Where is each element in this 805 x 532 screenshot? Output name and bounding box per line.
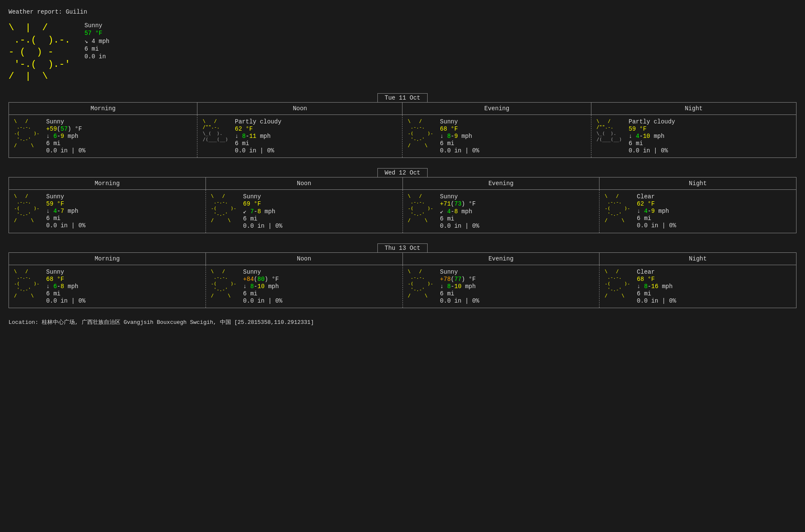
wind-display: ↓ 4-10 mph xyxy=(629,133,665,140)
forecast-table: MorningNoonEveningNight\ / .-.-. -( )- '… xyxy=(9,252,796,308)
temp-display: 59 °F xyxy=(46,200,64,207)
wind-label: ↓ 6-9 mph xyxy=(46,133,86,140)
page-title: Weather report: Guilin xyxy=(9,9,796,15)
visibility-label: 6 mi xyxy=(46,215,86,222)
visibility-label: 6 mi xyxy=(440,215,479,222)
wind-label: ↓ 8-9 mph xyxy=(440,133,479,140)
temp-display: 68 °F xyxy=(637,276,655,283)
icon-container: \ / .-.-. -( )- '-.-' / \ xyxy=(605,269,630,299)
visibility-label: 6 mi xyxy=(440,140,479,147)
cell-noon: \ / /"".-. \_( ). /(___(__)Partly cloudy… xyxy=(197,114,402,157)
cell-content: \ / .-.-. -( )- '-.-' / \Sunny68 °F↓ 6-8… xyxy=(14,269,200,304)
wind-display: ↓ 8-10 mph xyxy=(440,283,476,290)
wind-label: ↓ 8-10 mph xyxy=(243,283,282,290)
icon-container: \ / .-.-. -( )- '-.-' / \ xyxy=(211,193,237,223)
wind-display: ↓ 8-10 mph xyxy=(243,283,279,290)
col-header-noon: Noon xyxy=(206,252,402,265)
precip-label: 0.0 in | 0% xyxy=(243,297,282,304)
precip-label: 0.0 in | 0% xyxy=(243,223,282,229)
cell-content: \ / .-.-. -( )- '-.-' / \Sunny+59(57) °F… xyxy=(14,118,192,154)
day-section-2: Thu 13 OctMorningNoonEveningNight\ / .-.… xyxy=(9,243,796,308)
temp-label: 68 °F xyxy=(46,276,86,283)
visibility-label: 6 mi xyxy=(243,215,282,222)
current-wind: ↘ 4 mph xyxy=(84,37,109,45)
precip-label: 0.0 in | 0% xyxy=(440,297,479,304)
sunny-icon: \ / .-.-. -( )- '-.-' / \ xyxy=(408,118,433,149)
period-details: Clear68 °F↓ 8-16 mph6 mi0.0 in | 0% xyxy=(637,269,676,304)
wind-label: ↓ 8-16 mph xyxy=(637,283,676,290)
wind-label: ↙ 4-8 mph xyxy=(440,208,479,215)
temp-display: 68 °F xyxy=(440,126,458,132)
cell-content: \ / /"".-. \_( ). /(___(__)Partly cloudy… xyxy=(203,118,397,154)
temp-label: +71(73) °F xyxy=(440,200,479,207)
temp-label: +59(57) °F xyxy=(46,126,86,132)
temp-label: 68 °F xyxy=(440,126,479,132)
icon-container: \ / .-.-. -( )- '-.-' / \ xyxy=(14,193,40,223)
icon-container: \ / .-.-. -( )- '-.-' / \ xyxy=(605,193,630,223)
current-condition: Sunny xyxy=(84,22,109,29)
sunny-icon: \ / .-.-. -( )- '-.-' / \ xyxy=(211,269,237,299)
condition-label: Clear xyxy=(637,269,676,275)
precip-label: 0.0 in | 0% xyxy=(637,297,676,304)
period-details: Clear62 °F↓ 4-9 mph6 mi0.0 in | 0% xyxy=(637,193,676,229)
visibility-label: 6 mi xyxy=(637,215,676,222)
period-details: Partly cloudy59 °F↓ 4-10 mph6 mi0.0 in |… xyxy=(629,118,675,154)
cell-evening: \ / .-.-. -( )- '-.-' / \Sunny68 °F↓ 8-9… xyxy=(402,114,591,157)
wind-display: ↓ 6-8 mph xyxy=(46,283,79,290)
wind-display: ↓ 8-11 mph xyxy=(235,133,271,140)
col-header-evening: Evening xyxy=(402,252,599,265)
period-details: Sunny+84(80) °F↓ 8-10 mph6 mi0.0 in | 0% xyxy=(243,269,282,304)
period-details: Sunny+78(77) °F↓ 8-10 mph6 mi0.0 in | 0% xyxy=(440,269,479,304)
wind-display: ↓ 4-9 mph xyxy=(637,208,669,215)
temp-display: 69 °F xyxy=(243,200,261,207)
temp-display: +78(77) °F xyxy=(440,276,476,283)
condition-label: Partly cloudy xyxy=(629,118,675,125)
precip-label: 0.0 in | 0% xyxy=(235,147,281,154)
current-temp: 57 °F xyxy=(84,30,109,37)
period-details: Partly cloudy62 °F↓ 8-11 mph6 mi0.0 in |… xyxy=(235,118,281,154)
precip-label: 0.0 in | 0% xyxy=(637,222,676,229)
temp-display: 62 °F xyxy=(637,200,655,207)
day-section-0: Tue 11 OctMorningNoonEveningNight\ / .-.… xyxy=(9,93,796,158)
cell-content: \ / /"".-. \_( ). /(___(__)Partly cloudy… xyxy=(597,118,791,154)
cell-noon: \ / .-.-. -( )- '-.-' / \Sunny69 °F↙ 7-8… xyxy=(206,189,402,233)
wind-display: ↓ 8-9 mph xyxy=(440,133,472,140)
forecast-table: MorningNoonEveningNight\ / .-.-. -( )- '… xyxy=(9,102,796,158)
visibility-label: 6 mi xyxy=(235,140,281,147)
period-details: Sunny+71(73) °F↙ 4-8 mph6 mi0.0 in | 0% xyxy=(440,193,479,229)
visibility-label: 6 mi xyxy=(46,140,86,147)
sunny-icon: \ / .-.-. -( )- '-.-' / \ xyxy=(408,269,434,299)
current-precip: 0.0 in xyxy=(84,53,109,60)
visibility-label: 6 mi xyxy=(637,290,676,297)
temp-label: +78(77) °F xyxy=(440,276,479,283)
temp-display: 68 °F xyxy=(46,276,64,283)
wind-display: ↓ 6-9 mph xyxy=(46,133,79,140)
sunny-icon: \ / .-.-. -( )- '-.-' / \ xyxy=(605,269,630,299)
sunny-icon: \ / .-.-. -( )- '-.-' / \ xyxy=(14,269,40,299)
wind-label: ↙ 7-8 mph xyxy=(243,208,282,215)
current-visibility: 6 mi xyxy=(84,46,109,52)
precip-label: 0.0 in | 0% xyxy=(440,223,479,229)
cell-noon: \ / .-.-. -( )- '-.-' / \Sunny+84(80) °F… xyxy=(206,265,402,308)
cell-night: \ / /"".-. \_( ). /(___(__)Partly cloudy… xyxy=(591,114,796,157)
precip-label: 0.0 in | 0% xyxy=(440,147,479,154)
current-weather-icon: \ | / .-.( ).-. - ( ) - '-.( ).-' / | \ xyxy=(9,22,76,83)
day-header-wrapper: Tue 11 Oct xyxy=(9,93,796,102)
icon-container: \ / .-.-. -( )- '-.-' / \ xyxy=(408,118,433,149)
day-header-wrapper: Thu 13 Oct xyxy=(9,243,796,252)
visibility-label: 6 mi xyxy=(243,290,282,297)
sunny-icon: \ / .-.-. -( )- '-.-' / \ xyxy=(605,193,630,223)
day-section-1: Wed 12 OctMorningNoonEveningNight\ / .-.… xyxy=(9,168,796,233)
period-details: Sunny68 °F↓ 6-8 mph6 mi0.0 in | 0% xyxy=(46,269,86,304)
period-details: Sunny59 °F↓ 4-7 mph6 mi0.0 in | 0% xyxy=(46,193,86,229)
condition-label: Sunny xyxy=(243,269,282,275)
cell-morning: \ / .-.-. -( )- '-.-' / \Sunny68 °F↓ 6-8… xyxy=(9,265,206,308)
footer-location: Location: 桂林中心广场, 广西壮族自治区 Gvangjsih Boux… xyxy=(9,318,796,326)
condition-label: Sunny xyxy=(46,193,86,200)
cell-content: \ / .-.-. -( )- '-.-' / \Clear62 °F↓ 4-9… xyxy=(605,193,791,229)
wind-label: ↓ 4-10 mph xyxy=(629,133,675,140)
temp-display: 59 °F xyxy=(629,126,647,132)
cell-night: \ / .-.-. -( )- '-.-' / \Clear62 °F↓ 4-9… xyxy=(599,189,796,233)
precip-label: 0.0 in | 0% xyxy=(46,297,86,304)
condition-label: Sunny xyxy=(243,193,282,200)
